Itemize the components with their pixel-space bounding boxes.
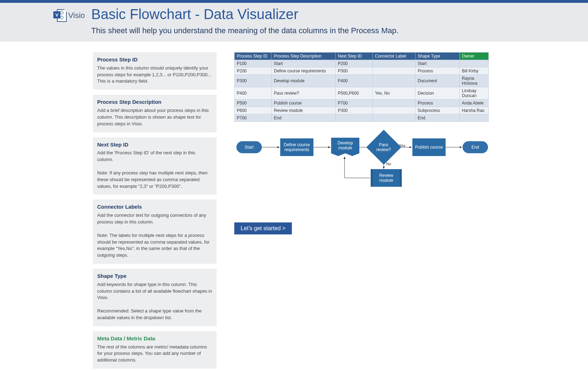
help-card-body: Add keywords for shape type in this colu… <box>97 281 212 321</box>
get-started-button[interactable]: Let's get started > <box>234 222 292 234</box>
top-accent-strip <box>0 0 588 3</box>
example-data-table: Process Step ID Process Step Description… <box>234 52 489 122</box>
table-cell: Yes, No <box>373 87 416 100</box>
page-title: Basic Flowchart - Data Visualizer <box>91 6 537 22</box>
table-row: P100StartP200Start <box>235 60 489 67</box>
table-cell: Pass review? <box>272 87 336 100</box>
help-card-process-step-id: Process Step ID The values in this colum… <box>93 52 217 90</box>
table-cell: P100 <box>235 60 272 67</box>
shape-define-course: Define course requirements <box>280 138 313 156</box>
table-cell <box>373 114 416 122</box>
table-cell: P400 <box>235 87 272 100</box>
table-cell: Process <box>416 100 460 107</box>
shape-review-module: Review module <box>371 169 402 187</box>
help-card-body: The values in this column should uniquel… <box>97 65 212 85</box>
table-cell: Subprocess <box>416 107 460 114</box>
table-cell <box>460 114 489 122</box>
table-row: P300Develop moduleP400DocumentRayna Hris… <box>235 75 489 87</box>
table-cell: P300 <box>235 75 272 87</box>
table-cell: P500 <box>235 100 272 107</box>
help-card-title: Next Step ID <box>97 141 212 149</box>
table-cell: Process <box>416 67 460 75</box>
app-logo: V Visio <box>53 9 85 22</box>
table-cell: Review module <box>272 107 336 114</box>
table-row: P200Define course requirementsP300Proces… <box>235 67 489 75</box>
table-header-row: Process Step ID Process Step Description… <box>235 53 489 60</box>
table-cell: End <box>272 114 336 122</box>
table-row: P700EndEnd <box>235 114 489 122</box>
help-card-title: Connector Labels <box>97 203 212 211</box>
shape-label: Define course requirements <box>280 142 313 153</box>
help-card-body: Add a brief description about your proce… <box>97 107 212 127</box>
table-cell: P500,P600 <box>336 87 373 100</box>
table-cell: Harsha Rao <box>460 107 489 114</box>
table-cell: P700 <box>336 100 373 107</box>
flowchart-connectors <box>234 134 489 205</box>
shape-start: Start <box>236 141 262 153</box>
table-cell <box>460 60 489 67</box>
shape-label: Pass review? <box>371 142 396 153</box>
table-cell <box>373 60 416 67</box>
table-row: P400Pass review?P500,P600Yes, NoDecision… <box>235 87 489 100</box>
table-cell: Bill Kirby <box>460 67 489 75</box>
page-header: V Visio Basic Flowchart - Data Visualize… <box>0 3 588 42</box>
help-card-body: Add the 'Process Step ID' of the next st… <box>97 150 212 190</box>
help-card-connector-labels: Connector Labels Add the connector text … <box>93 199 217 264</box>
help-card-title: Process Step ID <box>97 56 212 64</box>
table-cell: Anda Abele <box>460 100 489 107</box>
columns-help-sidebar: Process Step ID The values in this colum… <box>93 52 217 369</box>
table-cell: P200 <box>336 60 373 67</box>
help-card-meta-data: Meta Data / Metric Data The rest of the … <box>93 331 217 369</box>
table-cell: P400 <box>336 75 373 87</box>
shape-label: Develop module <box>331 141 359 151</box>
shape-label: Review module <box>373 173 400 183</box>
help-card-body: Add the connector text for outgoing conn… <box>97 212 212 259</box>
table-cell <box>373 75 416 87</box>
table-cell: Decision <box>416 87 460 100</box>
th-owner: Owner <box>460 53 489 60</box>
shape-label: Start <box>245 145 253 150</box>
th-shape-type: Shape Type <box>416 53 460 60</box>
th-process-step-id: Process Step ID <box>235 53 272 60</box>
help-card-process-step-description: Process Step Description Add a brief des… <box>93 95 217 132</box>
help-card-title: Meta Data / Metric Data <box>97 335 212 342</box>
table-cell: Develop module <box>272 75 336 87</box>
app-name: Visio <box>68 11 85 20</box>
connector-label-yes: Yes <box>399 143 405 148</box>
shape-end: End <box>463 141 488 153</box>
help-card-shape-type: Shape Type Add keywords for shape type i… <box>93 269 217 326</box>
table-row: P600Review moduleP300SubprocessHarsha Ra… <box>235 107 489 114</box>
th-description: Process Step Description <box>272 53 336 60</box>
page-subtitle: This sheet will help you understand the … <box>91 26 537 35</box>
visio-icon: V <box>53 9 66 22</box>
table-cell: P600 <box>235 107 272 114</box>
connector-label-no: No <box>386 162 391 166</box>
table-cell <box>373 67 416 75</box>
table-cell <box>373 100 416 107</box>
th-next-step-id: Next Step ID <box>336 53 373 60</box>
help-card-title: Shape Type <box>97 272 212 280</box>
table-cell: P300 <box>336 107 373 114</box>
table-cell: Start <box>272 60 336 67</box>
get-started-label: Let's get started > <box>241 225 286 231</box>
table-cell: P300 <box>336 67 373 75</box>
help-card-body: The rest of the columns are metric/ meta… <box>97 344 212 364</box>
table-cell <box>373 107 416 114</box>
table-cell: Document <box>416 75 460 87</box>
help-card-next-step-id: Next Step ID Add the 'Process Step ID' o… <box>93 137 217 195</box>
table-cell: P200 <box>235 67 272 75</box>
table-cell: Define course requirements <box>272 67 336 75</box>
table-row: P500Publish courseP700ProcessAnda Abele <box>235 100 489 107</box>
table-cell: End <box>416 114 460 122</box>
shape-label: End <box>471 145 479 150</box>
table-cell: Start <box>416 60 460 67</box>
table-cell: Publish course <box>272 100 336 107</box>
shape-label: Publish course <box>415 145 443 150</box>
shape-publish-course: Publish course <box>412 138 446 156</box>
help-card-title: Process Step Description <box>97 98 212 106</box>
flowchart-diagram: Start Define course requirements Develop… <box>234 134 489 205</box>
th-connector-label: Connector Label <box>373 53 416 60</box>
table-cell <box>336 114 373 122</box>
table-cell: Lindsay Duncan <box>460 87 489 100</box>
table-cell: Rayna Hristova <box>460 75 489 87</box>
